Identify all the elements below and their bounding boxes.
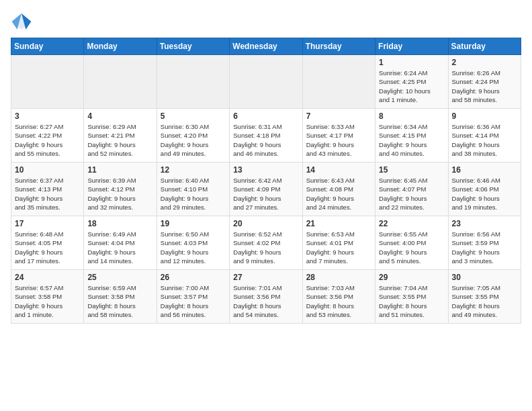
calendar-cell: 3Sunrise: 6:27 AM Sunset: 4:22 PM Daylig… — [11, 109, 84, 163]
day-number: 13 — [233, 165, 298, 175]
calendar-cell: 25Sunrise: 6:59 AM Sunset: 3:58 PM Dayli… — [84, 270, 157, 324]
day-info: Sunrise: 6:26 AM Sunset: 4:24 PM Dayligh… — [452, 68, 517, 104]
day-number: 12 — [161, 165, 226, 175]
calendar-cell: 21Sunrise: 6:53 AM Sunset: 4:01 PM Dayli… — [302, 216, 375, 270]
logo-icon — [11, 11, 32, 32]
day-number: 2 — [452, 58, 517, 67]
calendar-cell: 27Sunrise: 7:01 AM Sunset: 3:56 PM Dayli… — [230, 270, 302, 324]
calendar-week-4: 17Sunrise: 6:48 AM Sunset: 4:05 PM Dayli… — [11, 216, 521, 270]
calendar-cell: 14Sunrise: 6:43 AM Sunset: 4:08 PM Dayli… — [302, 163, 375, 216]
day-info: Sunrise: 6:36 AM Sunset: 4:14 PM Dayligh… — [452, 122, 517, 158]
day-info: Sunrise: 6:33 AM Sunset: 4:17 PM Dayligh… — [306, 122, 371, 158]
day-number: 23 — [452, 219, 517, 228]
calendar-cell: 16Sunrise: 6:46 AM Sunset: 4:06 PM Dayli… — [448, 163, 521, 216]
day-number: 3 — [15, 111, 80, 121]
day-info: Sunrise: 6:46 AM Sunset: 4:06 PM Dayligh… — [452, 176, 517, 212]
weekday-header-friday: Friday — [375, 38, 448, 55]
day-number: 10 — [15, 165, 80, 175]
day-info: Sunrise: 6:42 AM Sunset: 4:09 PM Dayligh… — [233, 176, 298, 212]
calendar-cell: 28Sunrise: 7:03 AM Sunset: 3:56 PM Dayli… — [302, 270, 375, 324]
day-info: Sunrise: 7:04 AM Sunset: 3:55 PM Dayligh… — [379, 283, 444, 319]
weekday-header-saturday: Saturday — [448, 38, 521, 55]
day-number: 16 — [452, 165, 517, 175]
day-info: Sunrise: 6:45 AM Sunset: 4:07 PM Dayligh… — [379, 176, 444, 212]
day-number: 21 — [306, 219, 371, 228]
day-info: Sunrise: 6:52 AM Sunset: 4:02 PM Dayligh… — [233, 230, 298, 265]
calendar-cell — [11, 55, 84, 109]
day-number: 1 — [379, 58, 444, 67]
day-number: 4 — [87, 111, 152, 121]
calendar-cell: 17Sunrise: 6:48 AM Sunset: 4:05 PM Dayli… — [11, 216, 84, 270]
calendar-cell: 10Sunrise: 6:37 AM Sunset: 4:13 PM Dayli… — [11, 163, 84, 216]
calendar-cell: 1Sunrise: 6:24 AM Sunset: 4:25 PM Daylig… — [375, 55, 448, 109]
day-info: Sunrise: 6:34 AM Sunset: 4:15 PM Dayligh… — [379, 122, 444, 158]
day-info: Sunrise: 6:29 AM Sunset: 4:21 PM Dayligh… — [87, 122, 152, 158]
calendar-cell: 23Sunrise: 6:56 AM Sunset: 3:59 PM Dayli… — [448, 216, 521, 270]
calendar-cell: 5Sunrise: 6:30 AM Sunset: 4:20 PM Daylig… — [157, 109, 229, 163]
calendar-cell: 19Sunrise: 6:50 AM Sunset: 4:03 PM Dayli… — [157, 216, 229, 270]
day-number: 5 — [161, 111, 226, 121]
day-info: Sunrise: 6:40 AM Sunset: 4:10 PM Dayligh… — [161, 176, 226, 212]
day-number: 17 — [15, 219, 80, 228]
calendar-cell: 7Sunrise: 6:33 AM Sunset: 4:17 PM Daylig… — [302, 109, 375, 163]
day-info: Sunrise: 7:05 AM Sunset: 3:55 PM Dayligh… — [452, 283, 517, 319]
weekday-header-sunday: Sunday — [11, 38, 84, 55]
day-info: Sunrise: 6:37 AM Sunset: 4:13 PM Dayligh… — [15, 176, 80, 212]
day-number: 11 — [87, 165, 152, 175]
day-number: 28 — [306, 273, 371, 282]
day-info: Sunrise: 6:48 AM Sunset: 4:05 PM Dayligh… — [15, 230, 80, 265]
day-info: Sunrise: 7:00 AM Sunset: 3:57 PM Dayligh… — [161, 283, 226, 319]
calendar-cell: 18Sunrise: 6:49 AM Sunset: 4:04 PM Dayli… — [84, 216, 157, 270]
day-info: Sunrise: 6:27 AM Sunset: 4:22 PM Dayligh… — [15, 122, 80, 158]
calendar-cell: 6Sunrise: 6:31 AM Sunset: 4:18 PM Daylig… — [230, 109, 302, 163]
calendar-table: SundayMondayTuesdayWednesdayThursdayFrid… — [11, 38, 521, 324]
day-info: Sunrise: 6:31 AM Sunset: 4:18 PM Dayligh… — [233, 122, 298, 158]
calendar-week-1: 1Sunrise: 6:24 AM Sunset: 4:25 PM Daylig… — [11, 55, 521, 109]
day-number: 15 — [379, 165, 444, 175]
calendar-cell: 29Sunrise: 7:04 AM Sunset: 3:55 PM Dayli… — [375, 270, 448, 324]
calendar-cell: 8Sunrise: 6:34 AM Sunset: 4:15 PM Daylig… — [375, 109, 448, 163]
day-number: 6 — [233, 111, 298, 121]
day-info: Sunrise: 6:30 AM Sunset: 4:20 PM Dayligh… — [161, 122, 226, 158]
day-number: 26 — [161, 273, 226, 282]
day-number: 27 — [233, 273, 298, 282]
day-info: Sunrise: 7:03 AM Sunset: 3:56 PM Dayligh… — [306, 283, 371, 319]
day-info: Sunrise: 6:43 AM Sunset: 4:08 PM Dayligh… — [306, 176, 371, 212]
weekday-header-monday: Monday — [84, 38, 157, 55]
calendar-cell: 24Sunrise: 6:57 AM Sunset: 3:58 PM Dayli… — [11, 270, 84, 324]
calendar-cell — [230, 55, 302, 109]
day-info: Sunrise: 6:53 AM Sunset: 4:01 PM Dayligh… — [306, 230, 371, 265]
calendar-cell: 9Sunrise: 6:36 AM Sunset: 4:14 PM Daylig… — [448, 109, 521, 163]
day-number: 7 — [306, 111, 371, 121]
calendar-cell — [302, 55, 375, 109]
day-number: 8 — [379, 111, 444, 121]
calendar-cell: 2Sunrise: 6:26 AM Sunset: 4:24 PM Daylig… — [448, 55, 521, 109]
day-number: 25 — [87, 273, 152, 282]
calendar-week-5: 24Sunrise: 6:57 AM Sunset: 3:58 PM Dayli… — [11, 270, 521, 324]
calendar-cell — [157, 55, 229, 109]
calendar-cell: 20Sunrise: 6:52 AM Sunset: 4:02 PM Dayli… — [230, 216, 302, 270]
day-info: Sunrise: 7:01 AM Sunset: 3:56 PM Dayligh… — [233, 283, 298, 319]
weekday-header-wednesday: Wednesday — [230, 38, 302, 55]
calendar-cell: 4Sunrise: 6:29 AM Sunset: 4:21 PM Daylig… — [84, 109, 157, 163]
day-number: 9 — [452, 111, 517, 121]
calendar-cell: 12Sunrise: 6:40 AM Sunset: 4:10 PM Dayli… — [157, 163, 229, 216]
calendar-cell: 15Sunrise: 6:45 AM Sunset: 4:07 PM Dayli… — [375, 163, 448, 216]
weekday-header-tuesday: Tuesday — [157, 38, 229, 55]
day-info: Sunrise: 6:56 AM Sunset: 3:59 PM Dayligh… — [452, 230, 517, 265]
weekday-header-thursday: Thursday — [302, 38, 375, 55]
day-info: Sunrise: 6:24 AM Sunset: 4:25 PM Dayligh… — [379, 68, 444, 104]
day-info: Sunrise: 6:49 AM Sunset: 4:04 PM Dayligh… — [87, 230, 152, 265]
calendar-cell: 30Sunrise: 7:05 AM Sunset: 3:55 PM Dayli… — [448, 270, 521, 324]
calendar-week-3: 10Sunrise: 6:37 AM Sunset: 4:13 PM Dayli… — [11, 163, 521, 216]
day-number: 18 — [87, 219, 152, 228]
day-number: 19 — [161, 219, 226, 228]
calendar-week-2: 3Sunrise: 6:27 AM Sunset: 4:22 PM Daylig… — [11, 109, 521, 163]
calendar-cell — [84, 55, 157, 109]
day-info: Sunrise: 6:50 AM Sunset: 4:03 PM Dayligh… — [161, 230, 226, 265]
calendar-cell: 13Sunrise: 6:42 AM Sunset: 4:09 PM Dayli… — [230, 163, 302, 216]
day-number: 22 — [379, 219, 444, 228]
day-number: 30 — [452, 273, 517, 282]
day-info: Sunrise: 6:39 AM Sunset: 4:12 PM Dayligh… — [87, 176, 152, 212]
day-number: 14 — [306, 165, 371, 175]
